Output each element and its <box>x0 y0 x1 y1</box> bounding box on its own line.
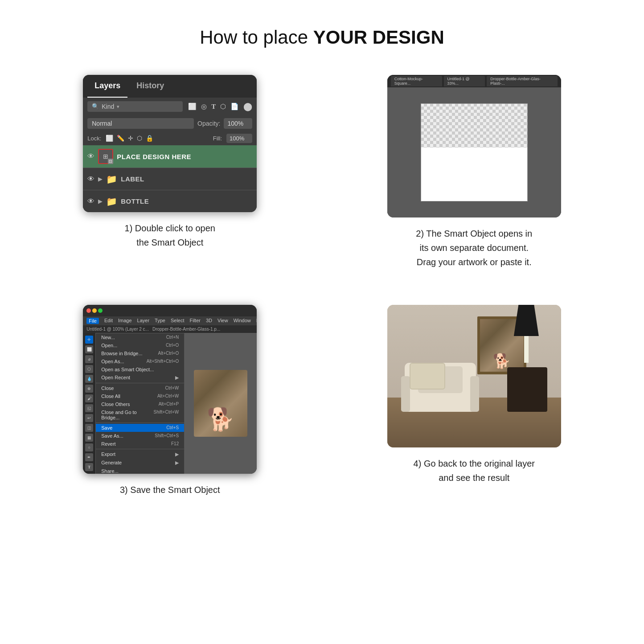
room-photo <box>387 305 561 447</box>
menu-item-generate[interactable]: Generate▶ <box>96 459 184 467</box>
step2-description: 2) The Smart Object opens inits own sepa… <box>416 226 532 269</box>
lock-brush-icon[interactable]: ✏️ <box>117 135 124 142</box>
menu-item-openas[interactable]: Open As...Alt+Shift+Ctrl+O <box>96 357 184 365</box>
menu-item-close[interactable]: CloseCtrl+W <box>96 384 184 392</box>
menu-item-new[interactable]: New...Ctrl+N <box>96 333 184 341</box>
visibility-icon[interactable]: 👁 <box>87 152 94 160</box>
menu-item-closeall[interactable]: Close AllAlt+Ctrl+W <box>96 392 184 400</box>
step1-cell: Layers History 🔍 Kind ▾ ⬜ ◎ T ⬡ 📄 ⬤ <box>36 75 304 269</box>
opacity-label: Opacity: <box>197 120 220 127</box>
search-box[interactable]: 🔍 Kind ▾ <box>87 101 183 112</box>
doc-tab-1[interactable]: Cotton-Mockup-Square... <box>391 76 442 86</box>
layer-design[interactable]: 👁 ⊞ ⊡ PLACE DESIGN HERE <box>83 145 257 168</box>
canvas-area <box>387 87 561 217</box>
expand-icon-label[interactable]: ▶ <box>98 176 103 183</box>
menu-item-recent[interactable]: Open Recent▶ <box>96 373 184 382</box>
menu-item-open[interactable]: Open...Ctrl+O <box>96 341 184 349</box>
menu-image[interactable]: Image <box>118 318 132 324</box>
maximize-dot[interactable] <box>98 308 103 313</box>
tool-clone[interactable]: ◱ <box>85 404 93 412</box>
menu-item-smartobj[interactable]: Open as Smart Object... <box>96 365 184 373</box>
menu-item-export[interactable]: Export▶ <box>96 450 184 459</box>
tool-text[interactable]: T <box>85 463 93 471</box>
ps-tab-dropper[interactable]: Dropper-Bottle-Amber-Glass-1.p... <box>152 327 220 332</box>
tool-history[interactable]: ↩ <box>85 414 93 422</box>
menu-3d[interactable]: 3D <box>206 318 212 324</box>
menu-edit[interactable]: Edit <box>104 318 113 324</box>
doc-tab-3[interactable]: Dropper-Bottle-Amber-Glas-Plasti-... <box>487 76 557 86</box>
layers-panel: Layers History 🔍 Kind ▾ ⬜ ◎ T ⬡ 📄 ⬤ <box>83 75 257 212</box>
icon-text: T <box>211 103 216 111</box>
menu-item-closebridge[interactable]: Close and Go to Bridge...Shift+Ctrl+W <box>96 408 184 422</box>
menu-item-share[interactable]: Share... <box>96 467 184 474</box>
menu-item-saveas[interactable]: Save As...Shift+Ctrl+S <box>96 432 184 440</box>
menu-filter[interactable]: Filter <box>190 318 201 324</box>
icon-adjustment: ◎ <box>201 103 207 111</box>
tool-crop[interactable]: ⬡ <box>85 365 93 373</box>
layer-label[interactable]: 👁 ▶ 📁 LABEL <box>83 168 257 190</box>
lock-move-icon[interactable]: ✛ <box>128 135 133 142</box>
tool-dodge[interactable]: ○ <box>85 443 93 451</box>
menu-item-revert[interactable]: RevertF12 <box>96 440 184 448</box>
tool-heal[interactable]: ⊕ <box>85 385 93 393</box>
opacity-value[interactable]: 100% <box>224 118 252 129</box>
dog-artwork <box>194 370 247 437</box>
smart-object-badge: ⊡ <box>108 159 113 164</box>
lock-pixels-icon[interactable]: ⬜ <box>106 135 113 142</box>
menu-item-save[interactable]: SaveCtrl+S <box>96 424 184 432</box>
menu-view[interactable]: View <box>217 318 228 324</box>
menu-help[interactable]: Help <box>256 318 257 324</box>
layer-bottle[interactable]: 👁 ▶ 📁 BOTTLE <box>83 190 257 212</box>
ps-tab-untitled[interactable]: Untitled-1 @ 100% (Layer 2 c... <box>86 327 149 332</box>
menu-item-closeothers[interactable]: Close OthersAlt+Ctrl+P <box>96 400 184 408</box>
menu-layer[interactable]: Layer <box>137 318 150 324</box>
expand-icon-bottle[interactable]: ▶ <box>98 198 103 205</box>
transform-handles <box>421 103 528 201</box>
layer-name-label: LABEL <box>121 175 144 183</box>
step4-cell: 4) Go back to the original layerand see … <box>340 305 609 497</box>
lock-label: Lock: <box>87 135 101 142</box>
folder-icon-label: 📁 <box>106 174 117 185</box>
tool-pen[interactable]: ✒ <box>85 453 93 461</box>
doc-tab-2[interactable]: Untitled-1 @ 33%... <box>444 76 485 86</box>
room-photo-inner <box>387 305 561 447</box>
lock-icons: ⬜ ✏️ ✛ ⬡ 🔒 <box>106 135 153 142</box>
step3-description: 3) Save the Smart Object <box>120 483 220 497</box>
page-title: How to place YOUR DESIGN <box>36 27 608 48</box>
menu-type[interactable]: Type <box>155 318 165 324</box>
menu-item-browse[interactable]: Browse in Bridge...Alt+Ctrl+O <box>96 349 184 357</box>
layer-name-design: PLACE DESIGN HERE <box>117 153 191 160</box>
blend-mode-select[interactable]: Normal <box>87 118 194 129</box>
file-menu-dropdown: New...Ctrl+N Open...Ctrl+O Browse in Bri… <box>95 333 185 474</box>
tool-brush[interactable]: 🖌 <box>85 394 93 402</box>
minimize-dot[interactable] <box>92 308 97 313</box>
ps-menubar: File Edit Image Layer Type Select Filter… <box>83 316 257 325</box>
photoshop-window: File Edit Image Layer Type Select Filter… <box>83 305 257 474</box>
close-dot[interactable] <box>86 308 91 313</box>
tool-eraser[interactable]: ◫ <box>85 424 93 432</box>
tool-lasso[interactable]: ⌀ <box>85 355 93 363</box>
visibility-icon-bottle[interactable]: 👁 <box>87 197 94 205</box>
lock-artboard-icon[interactable]: ⬡ <box>137 135 142 142</box>
chevron-down-icon: ▾ <box>117 104 119 110</box>
blend-opacity-row: Normal Opacity: 100% <box>83 115 257 131</box>
armchair-arm-right <box>470 376 479 412</box>
fill-value[interactable]: 100% <box>226 134 252 143</box>
step2-cell: Cotton-Mockup-Square... Untitled-1 @ 33%… <box>340 75 609 269</box>
layer-thumbnail-design: ⊞ ⊡ <box>98 149 113 164</box>
menu-file[interactable]: File <box>86 318 99 324</box>
menu-select[interactable]: Select <box>171 318 185 324</box>
menu-window[interactable]: Window <box>234 318 251 324</box>
tab-layers[interactable]: Layers <box>87 75 127 98</box>
ps-canvas-area: ✛ ⬜ ⌀ ⬡ 💧 ⊕ 🖌 ◱ ↩ ◫ ▦ ○ ✒ T <box>83 333 257 474</box>
tool-select[interactable]: ⬜ <box>85 345 93 353</box>
tool-eyedrop[interactable]: 💧 <box>85 375 93 383</box>
layers-tabs: Layers History <box>83 75 257 98</box>
tab-history[interactable]: History <box>129 75 171 98</box>
lock-all-icon[interactable]: 🔒 <box>146 135 153 142</box>
tool-gradient[interactable]: ▦ <box>85 434 93 442</box>
tool-move[interactable]: ✛ <box>85 336 93 344</box>
visibility-icon-label[interactable]: 👁 <box>87 175 94 183</box>
armchair-pillow <box>410 363 445 390</box>
instruction-grid: Layers History 🔍 Kind ▾ ⬜ ◎ T ⬡ 📄 ⬤ <box>36 75 608 497</box>
